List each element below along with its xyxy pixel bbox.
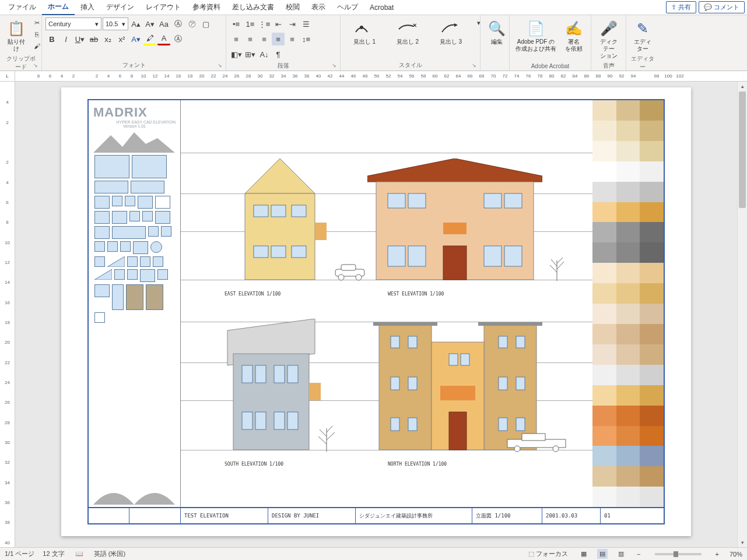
swatch[interactable]	[616, 263, 640, 283]
swatch[interactable]	[616, 385, 640, 406]
pal-triangle[interactable]	[94, 269, 112, 280]
asian-layout-icon[interactable]: ☰	[300, 17, 313, 30]
tab-layout[interactable]: レイアウト	[140, 0, 187, 15]
format-painter-icon[interactable]: 🖌	[31, 41, 42, 51]
line-spacing-icon[interactable]: ↕≡	[300, 33, 313, 45]
tab-mailings[interactable]: 差し込み文書	[226, 0, 280, 15]
pal-window[interactable]	[112, 196, 122, 206]
swatch[interactable]	[640, 344, 664, 365]
pal-window[interactable]	[161, 226, 171, 237]
tab-references[interactable]: 参考資料	[187, 0, 226, 15]
swatch[interactable]	[640, 385, 664, 406]
focus-mode-button[interactable]: ⬚ フォーカス	[526, 550, 570, 558]
clear-format-icon[interactable]: Ⓐ	[171, 17, 184, 30]
swatch[interactable]	[592, 121, 616, 141]
swatch[interactable]	[592, 182, 616, 202]
canvas[interactable]: MADRIX HYPER EASY CAD ELEVATION Version …	[15, 82, 737, 548]
subscript-icon[interactable]: x₂	[101, 33, 114, 45]
swatch[interactable]	[592, 426, 616, 446]
swatch[interactable]	[640, 446, 664, 466]
pal-window[interactable]	[112, 211, 127, 224]
dictate-button[interactable]: 🎤ディクテー ション	[595, 17, 622, 61]
swatch[interactable]	[592, 365, 616, 385]
swatch[interactable]	[592, 100, 616, 121]
tab-file[interactable]: ファイル	[2, 0, 42, 15]
pal-window[interactable]	[114, 269, 125, 280]
pal-window[interactable]	[157, 269, 168, 280]
swatch[interactable]	[592, 324, 616, 344]
grow-font-icon[interactable]: A▴	[129, 17, 142, 30]
pal-window[interactable]	[138, 196, 153, 209]
editor-button[interactable]: ✎エディ ター	[630, 17, 655, 54]
highlight-icon[interactable]: 🖍	[143, 33, 156, 45]
spellcheck-icon[interactable]: 📖	[73, 550, 86, 558]
pal-window[interactable]	[94, 226, 110, 239]
swatch[interactable]	[640, 487, 664, 507]
scrollbar-vertical[interactable]: ▴ ▾	[737, 82, 747, 548]
pal-window[interactable]	[127, 269, 138, 280]
enclose-char-icon[interactable]: ▢	[199, 17, 212, 30]
strike-icon[interactable]: ab	[87, 33, 100, 45]
swatch[interactable]	[640, 202, 664, 223]
font-color-icon[interactable]: A	[157, 33, 170, 45]
ruler-horizontal[interactable]: 8642246810121416182022242628303234363840…	[15, 71, 747, 82]
pal-window[interactable]	[94, 256, 105, 267]
change-case-icon[interactable]: Aa	[157, 17, 170, 30]
swatch[interactable]	[640, 242, 664, 263]
tab-home[interactable]: ホーム	[42, 0, 75, 15]
borders-icon[interactable]: ⊞▾	[244, 48, 257, 61]
share-button[interactable]: ⇪ 共有	[666, 1, 696, 13]
swatch[interactable]	[616, 304, 640, 324]
italic-icon[interactable]: I	[59, 33, 72, 45]
status-page[interactable]: 1/1 ページ	[5, 550, 34, 558]
pal-window[interactable]	[94, 196, 110, 209]
scroll-up-icon[interactable]: ▴	[738, 82, 747, 91]
bold-icon[interactable]: B	[45, 33, 58, 45]
pal-window[interactable]	[153, 256, 163, 267]
swatch[interactable]	[640, 121, 664, 141]
tab-design[interactable]: デザイン	[100, 0, 140, 15]
swatch[interactable]	[616, 161, 640, 182]
create-pdf-button[interactable]: 📄Adobe PDF の 作成および共有	[513, 17, 559, 54]
swatch[interactable]	[616, 121, 640, 141]
swatch[interactable]	[616, 466, 640, 487]
pal-window[interactable]	[142, 211, 153, 221]
style-heading1[interactable]: 見出し 1	[344, 17, 385, 47]
shrink-font-icon[interactable]: A▾	[143, 17, 156, 30]
swatch[interactable]	[616, 242, 640, 263]
tab-selector[interactable]: L	[0, 71, 15, 82]
paste-button[interactable]: 📋 貼り付け	[3, 17, 29, 54]
sort-icon[interactable]: A↓	[258, 48, 271, 61]
style-heading3[interactable]: 見出し 3	[430, 17, 471, 47]
dec-indent-icon[interactable]: ⇤	[272, 17, 285, 30]
pal-window[interactable]	[94, 312, 105, 323]
numbering-icon[interactable]: 1≡	[244, 17, 257, 30]
pal-window[interactable]	[94, 211, 110, 224]
pal-window[interactable]	[125, 196, 135, 206]
pal-window[interactable]	[94, 155, 129, 178]
swatch[interactable]	[640, 304, 664, 324]
print-layout-icon[interactable]: ▤	[597, 549, 608, 559]
read-mode-icon[interactable]: ▦	[578, 550, 589, 558]
zoom-slider[interactable]	[655, 553, 702, 555]
swatch[interactable]	[616, 283, 640, 304]
pal-window[interactable]	[132, 155, 167, 178]
swatch[interactable]	[592, 466, 616, 487]
swatch[interactable]	[640, 365, 664, 385]
swatch[interactable]	[592, 161, 616, 182]
pal-window[interactable]	[155, 196, 170, 209]
swatch[interactable]	[592, 304, 616, 324]
pal-window[interactable]	[94, 284, 110, 297]
swatch[interactable]	[640, 141, 664, 161]
distribute-icon[interactable]: ≡	[286, 33, 299, 45]
swatch[interactable]	[640, 263, 664, 283]
swatch[interactable]	[616, 365, 640, 385]
swatch[interactable]	[616, 406, 640, 426]
tab-help[interactable]: ヘルプ	[331, 0, 364, 15]
comments-button[interactable]: 💬 コメント	[699, 1, 745, 13]
swatch[interactable]	[640, 406, 664, 426]
status-language[interactable]: 英語 (米国)	[94, 550, 125, 558]
pal-window[interactable]	[120, 241, 131, 252]
align-right-icon[interactable]: ≡	[258, 33, 271, 45]
scroll-thumb[interactable]	[739, 91, 746, 208]
